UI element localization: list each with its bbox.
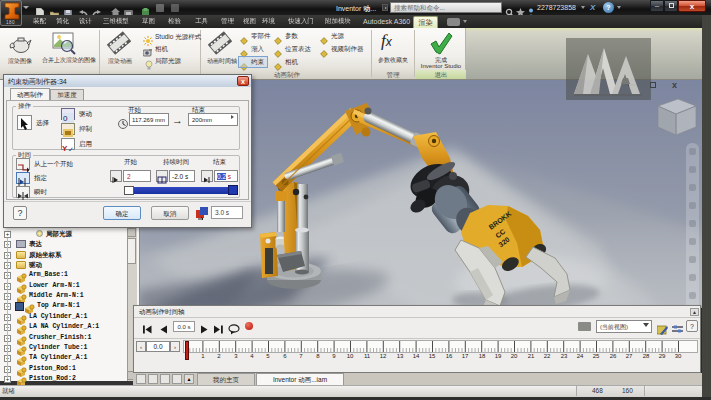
- svg-text:✓: ✓: [68, 146, 74, 153]
- svg-text:0: 0: [63, 114, 68, 123]
